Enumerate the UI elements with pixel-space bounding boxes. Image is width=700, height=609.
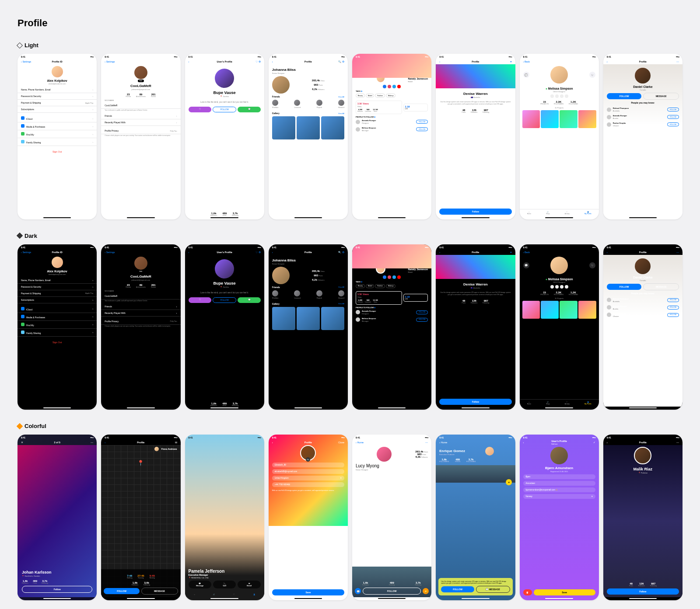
back-button[interactable]: ‹ [607, 441, 608, 444]
back-button[interactable]: ‹ [189, 60, 189, 63]
check-icon[interactable]: ✓ [593, 441, 595, 444]
back-button[interactable]: ‹ [272, 251, 273, 254]
view-all-link[interactable]: View All [338, 96, 344, 98]
settings-item[interactable]: Payment & ShippingApple Pay [18, 100, 97, 106]
back-button[interactable]: ‹ Home [439, 441, 447, 444]
tab-home[interactable]: ⌂ [194, 594, 195, 595]
back-button[interactable]: ‹ Settings [21, 60, 31, 63]
follow-button[interactable]: FOLLOW [667, 298, 679, 302]
recent-item[interactable]: Recently Played With› [101, 119, 180, 126]
follow-button[interactable]: FOLLOW [667, 313, 679, 317]
save-button[interactable]: Save [534, 589, 595, 595]
message-button[interactable]: MESSAGE [141, 588, 178, 595]
heart-button[interactable]: ♡ [189, 297, 211, 303]
edit-button[interactable]: Edit [138, 80, 144, 82]
back-button[interactable]: ‹ [272, 441, 273, 444]
follow-button[interactable]: FOLLOW [607, 93, 642, 99]
follow-button[interactable]: FOLLOW [667, 306, 679, 310]
more-icon[interactable]: ⋯ [425, 441, 428, 444]
lastname-input[interactable]: Amundsen [523, 481, 595, 486]
follow-button[interactable]: FOLLOW [416, 310, 428, 314]
firstname-input[interactable]: Bjørn [523, 474, 595, 479]
camera-icon[interactable]: 📷 [306, 457, 310, 462]
follow-button[interactable]: FOLLOW [667, 115, 679, 119]
settings-item[interactable]: Subscriptions› [18, 297, 97, 303]
bell-icon[interactable]: 🔔 [423, 588, 429, 594]
friends-item[interactable]: Friends› [101, 113, 180, 119]
service-item[interactable]: Find My› [18, 321, 97, 329]
follow-button[interactable]: Follow [439, 399, 511, 405]
chat-icon[interactable]: 💬 [523, 72, 529, 78]
more-icon[interactable]: ⋯ [676, 441, 679, 444]
follow-button[interactable]: FOLLOW [667, 108, 679, 111]
call-button[interactable]: 📞Call [213, 581, 236, 588]
settings-item[interactable]: Name, Phone Numbers, Email› [18, 277, 97, 284]
back-button[interactable]: ‹ [272, 60, 273, 63]
follow-button[interactable]: FOLLOW [104, 588, 140, 594]
follow-button[interactable]: FOLLOW [667, 122, 679, 126]
layers-icon[interactable]: ⊞ [175, 441, 177, 444]
settings-item[interactable]: Subscriptions› [18, 106, 97, 113]
settings-item[interactable]: Name, Phone Numbers, Email› [18, 87, 97, 93]
back-button[interactable]: ‹ Back [523, 60, 530, 63]
tab-home[interactable]: ⌂Home [527, 211, 531, 215]
follow-button[interactable]: Follow [439, 209, 511, 215]
tab-shop[interactable]: 🛒Shop [546, 401, 550, 405]
view-all-link[interactable]: View All [338, 303, 344, 305]
tab-profile[interactable]: 👤My Profile [584, 401, 592, 405]
heart-icon[interactable]: ♡ ⚙ [256, 60, 261, 63]
follow-button[interactable]: FOLLOW [213, 297, 236, 303]
save-button[interactable]: Save [272, 589, 344, 595]
back-button[interactable]: ‹ Settings [21, 251, 31, 254]
service-item[interactable]: Family Sharing› [18, 138, 97, 146]
delete-button[interactable]: 🗑 [523, 589, 532, 595]
email-input[interactable]: bjornamundsen@europamail.com ⚠ [523, 487, 595, 492]
message-button[interactable]: MESSAGE [643, 93, 679, 100]
follow-button[interactable]: FOLLOW [416, 127, 428, 131]
email-input[interactable]: elizabeth89@mymail.com [272, 469, 344, 474]
country-input[interactable]: Norway ▾ [523, 494, 595, 499]
tab-activity[interactable]: ♡Activity [565, 211, 570, 215]
service-item[interactable]: iCloud› [18, 115, 97, 122]
view-all-link[interactable]: View All [338, 112, 344, 115]
recent-item[interactable]: Recently Played With› [101, 310, 180, 317]
settings-icon[interactable]: 🔍 ⚙ [338, 60, 344, 63]
back-button[interactable]: ‹ [607, 60, 608, 63]
back-button[interactable]: ‹ [439, 251, 440, 254]
heart-icon[interactable]: ♡ [589, 72, 595, 78]
tab-activity[interactable]: ♡ [233, 594, 235, 595]
tab-profile[interactable]: 👤My Profile [584, 211, 592, 215]
back-button[interactable]: ‹ [439, 60, 440, 63]
settings-item[interactable]: Payment & ShippingApple Pay [18, 290, 97, 297]
message-button[interactable]: 💬Message [189, 581, 211, 588]
chat-icon[interactable]: 💬 [523, 262, 529, 268]
country-input[interactable]: United Kingdom ▾ [272, 476, 344, 480]
settings-icon[interactable]: 🔍 ⚙ [338, 251, 344, 254]
heart-icon[interactable]: ♡ ⚙ [256, 251, 261, 254]
follow-button[interactable]: Follow [22, 586, 92, 593]
message-button[interactable]: MESSAGE [643, 283, 679, 290]
tab-profile[interactable]: 👤 [253, 594, 255, 595]
back-button[interactable]: ‹ Settings [105, 60, 115, 63]
follow-button[interactable]: FOLLOW [213, 107, 236, 112]
username-input[interactable]: Elizabeth_89 [272, 463, 344, 467]
settings-item[interactable]: Password & Security› [18, 284, 97, 290]
follow-button[interactable]: FOLLOW [416, 318, 428, 322]
back-button[interactable]: ‹ [607, 251, 608, 254]
back-button[interactable]: ‹ Home [356, 441, 364, 444]
message-button[interactable]: 💬 MESSAGE [476, 586, 510, 593]
follow-button[interactable]: Follow [607, 588, 679, 595]
settings-item[interactable]: Password & Security› [18, 93, 97, 100]
heart-icon[interactable]: ♥ [510, 251, 511, 254]
sign-out-button[interactable]: Sign Out [18, 338, 97, 346]
back-button[interactable]: ‹ Back [523, 251, 530, 254]
follow-button[interactable]: FOLLOW [363, 588, 421, 595]
close-button[interactable]: Close [338, 441, 344, 444]
more-icon[interactable]: ⋯ [91, 441, 93, 444]
back-button[interactable]: ‹ [189, 251, 189, 254]
back-button[interactable]: ‹ [523, 441, 524, 444]
heart-icon[interactable]: ♡ [589, 262, 595, 268]
service-item[interactable]: Media & Purchases› [18, 313, 97, 321]
phone-input[interactable]: +44 7700 900466 [272, 482, 344, 487]
service-item[interactable]: Find My› [18, 130, 97, 138]
